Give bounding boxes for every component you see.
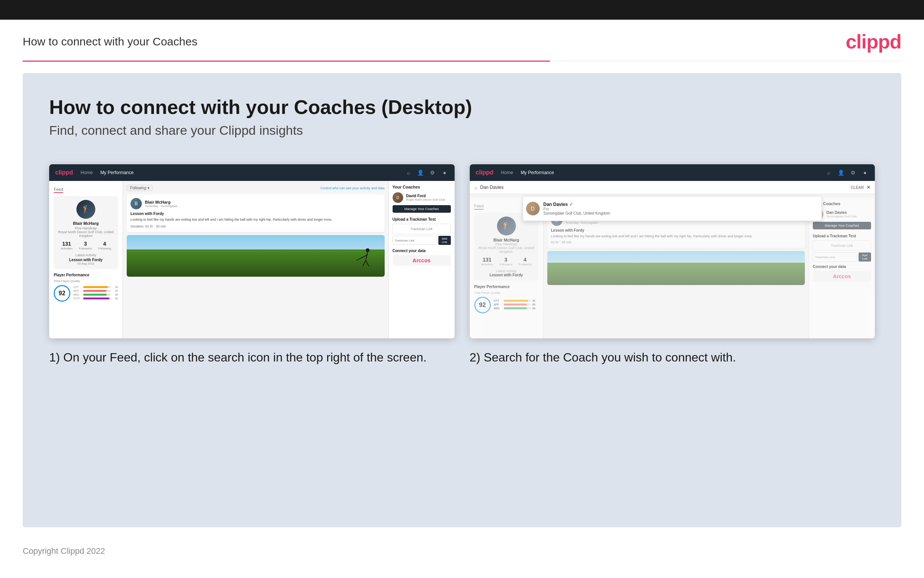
latest-activity-label: Latest Activity xyxy=(58,253,114,257)
step-label-1: 1) On your Feed, click on the search ico… xyxy=(49,349,455,366)
post-image-1 xyxy=(127,235,385,277)
stat-followers: 3 Followers xyxy=(79,241,92,250)
screenshot-block-2: clippd Home My Performance ⌕ 👤 ⚙ ● ⌕ xyxy=(470,164,875,366)
perf-title-1: Player Performance xyxy=(54,273,118,277)
profile-club-1: Royal North Devon Golf Club, United King… xyxy=(58,230,114,238)
post-text: Looking to feel like my hands are exitin… xyxy=(131,217,381,222)
close-search-btn[interactable]: × xyxy=(867,184,870,191)
search-input[interactable] xyxy=(481,185,848,190)
manage-coaches-btn-2[interactable]: Manage Your Coaches xyxy=(813,222,871,229)
svg-line-5 xyxy=(356,258,360,260)
search-icon-bar: ⌕ xyxy=(474,184,477,190)
following-btn[interactable]: Following ▾ xyxy=(127,185,153,191)
nav-home-1[interactable]: Home xyxy=(81,170,93,175)
control-link[interactable]: Control who can see your activity and da… xyxy=(320,186,385,190)
coach-name-2: Dan Davies xyxy=(827,211,857,214)
nav-home-2[interactable]: Home xyxy=(501,170,513,175)
stat-activities: 131 Activities xyxy=(60,241,73,250)
latest-activity-name: Lesson with Fordy xyxy=(58,258,114,262)
screenshots-row: clippd Home My Performance ⌕ 👤 ⚙ ● Feed xyxy=(49,164,875,366)
left-panel-1: Feed 🏌 Blair McHarg Plus Handicap Royal … xyxy=(49,181,123,338)
search-bar: ⌕ CLEAR × xyxy=(470,181,875,194)
stats-row-1: 131 Activities 3 Followers 4 Following xyxy=(58,241,114,250)
trackman-box-1: Trackman Link xyxy=(393,224,451,234)
connect-data-1: Connect your data Arccos xyxy=(393,249,451,266)
app-screenshot-2: clippd Home My Performance ⌕ 👤 ⚙ ● ⌕ xyxy=(470,164,875,338)
add-link-btn[interactable]: Add Link xyxy=(439,236,451,245)
page-heading: How to connect with your Coaches (Deskto… xyxy=(49,96,875,119)
screenshot-block-1: clippd Home My Performance ⌕ 👤 ⚙ ● Feed xyxy=(49,164,455,366)
bar-app: APP 85 xyxy=(73,289,118,292)
bar-arg: ARG 86 xyxy=(73,293,118,296)
settings-icon[interactable]: ⚙ xyxy=(429,169,437,176)
header-divider xyxy=(23,60,901,62)
user-icon[interactable]: 👤 xyxy=(417,169,424,176)
coach-club-1: Royal North Devon Golf Club xyxy=(406,198,445,201)
app-body-2: ⌕ CLEAR × D Dan Davies ✓ xyxy=(470,181,875,338)
profile-card-1: 🏌 Blair McHarg Plus Handicap Royal North… xyxy=(54,196,118,269)
golfer-svg xyxy=(354,247,373,274)
perf-bars-1: OTT 90 APP 85 xyxy=(73,286,118,301)
svg-line-1 xyxy=(366,252,367,260)
search-icon[interactable]: ⌕ xyxy=(405,169,412,176)
app-screenshot-1: clippd Home My Performance ⌕ 👤 ⚙ ● Feed xyxy=(49,164,455,338)
arccos-logo-1: Arccos xyxy=(393,255,451,266)
score-circle-1: 92 xyxy=(54,285,70,302)
page-title: How to connect with your Coaches xyxy=(23,35,197,48)
copyright-text: Copyright Clippd 2022 xyxy=(23,546,105,556)
player-perf-1: Player Performance Total Player Quality … xyxy=(54,273,118,302)
coach-club-2: Sunningdale Golf Club xyxy=(827,214,857,218)
trackman-input[interactable] xyxy=(393,236,437,245)
coach-avatar-1: D xyxy=(393,192,403,203)
post-author-avatar: B xyxy=(131,198,142,209)
verified-icon: ✓ xyxy=(569,202,573,207)
coach-name-1: David Ford xyxy=(406,194,445,198)
clippd-logo: clippd xyxy=(846,30,901,53)
post-author-name: Blair McHarg xyxy=(145,200,177,205)
post-meta: Yesterday · Sunningdale xyxy=(145,205,177,208)
trackman-input-row: Add Link xyxy=(393,236,451,245)
result-role: Pro xyxy=(544,207,610,211)
connect-data-title-1: Connect your data xyxy=(393,249,451,253)
avatar-icon-2[interactable]: ● xyxy=(861,169,869,176)
post-duration: Duration: 01 hr : 30 min xyxy=(131,224,381,228)
score-circle-row-1: 92 OTT 90 APP xyxy=(54,285,118,302)
step-label-2: 2) Search for the Coach you wish to conn… xyxy=(470,349,875,366)
manage-coaches-btn-1[interactable]: Manage Your Coaches xyxy=(393,205,451,213)
coaches-title-1: Your Coaches xyxy=(393,185,451,189)
search-result-item[interactable]: D Dan Davies ✓ Pro Sunningdale Golf Club… xyxy=(526,200,819,218)
nav-icons-1: ⌕ 👤 ⚙ ● xyxy=(405,169,448,176)
svg-line-3 xyxy=(366,260,369,266)
settings-icon-2[interactable]: ⚙ xyxy=(849,169,857,176)
post-header-1: B Blair McHarg Yesterday · Sunningdale xyxy=(131,198,381,209)
following-row: Following ▾ Control who can see your act… xyxy=(127,185,385,191)
search-result-dropdown: D Dan Davies ✓ Pro Sunningdale Golf Club… xyxy=(523,196,822,221)
search-icon-2[interactable]: ⌕ xyxy=(825,169,832,176)
clear-btn[interactable]: CLEAR xyxy=(851,185,864,190)
nav-logo-1: clippd xyxy=(55,169,73,176)
result-name: Dan Davies ✓ xyxy=(544,202,610,207)
right-panel-1: Your Coaches D David Ford Royal North De… xyxy=(388,181,455,338)
footer: Copyright Clippd 2022 xyxy=(0,539,924,563)
center-feed-1: Following ▾ Control who can see your act… xyxy=(123,181,388,338)
bar-ott: OTT 90 xyxy=(73,286,118,289)
upload-trackman-1: Upload a Trackman Test Trackman Link Add… xyxy=(393,217,451,245)
result-avatar: D xyxy=(526,202,540,215)
nav-my-performance-1[interactable]: My Performance xyxy=(100,170,134,175)
profile-name-1: Blair McHarg xyxy=(58,221,114,226)
latest-activity-date: 03 Aug 2022 xyxy=(58,262,114,265)
nav-logo-2: clippd xyxy=(476,169,494,176)
feed-tab[interactable]: Feed xyxy=(54,187,63,193)
svg-line-2 xyxy=(363,260,366,266)
user-icon-2[interactable]: 👤 xyxy=(837,169,845,176)
svg-point-0 xyxy=(366,248,369,252)
nav-my-performance-2[interactable]: My Performance xyxy=(521,170,554,175)
avatar-icon[interactable]: ● xyxy=(441,169,448,176)
upload-title-1: Upload a Trackman Test xyxy=(393,217,451,221)
post-title: Lesson with Fordy xyxy=(131,212,381,216)
app-body-1: Feed 🏌 Blair McHarg Plus Handicap Royal … xyxy=(49,181,455,338)
stat-following: 4 Following xyxy=(98,241,111,250)
nav-icons-2: ⌕ 👤 ⚙ ● xyxy=(825,169,869,176)
page-subheading: Find, connect and share your Clippd insi… xyxy=(49,123,875,138)
post-card-1: B Blair McHarg Yesterday · Sunningdale L… xyxy=(127,194,385,232)
